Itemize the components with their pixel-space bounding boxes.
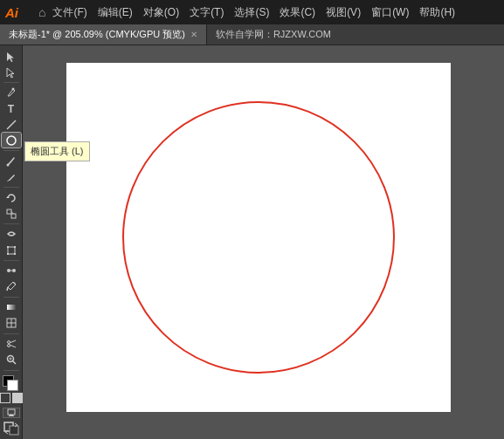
svg-rect-14 — [14, 253, 16, 255]
canvas-area[interactable] — [23, 45, 504, 439]
svg-rect-33 — [10, 415, 13, 415]
ai-logo: Ai — [5, 5, 31, 20]
menu-view[interactable]: 视图(V) — [326, 5, 361, 20]
tool-zoom[interactable] — [2, 353, 21, 367]
svg-line-27 — [10, 345, 16, 347]
svg-rect-11 — [7, 246, 9, 248]
svg-point-19 — [13, 283, 15, 285]
tool-line[interactable] — [2, 117, 21, 132]
separator-8 — [3, 370, 19, 371]
tab-bar: 未标题-1* @ 205.09% (CMYK/GPU 预览) ✕ 软件自学网：R… — [0, 24, 504, 45]
svg-point-4 — [7, 136, 16, 145]
tool-eyedropper[interactable] — [2, 279, 21, 294]
tab-2[interactable]: 软件自学网：RJZXW.COM — [207, 24, 340, 45]
svg-marker-1 — [7, 68, 14, 78]
tool-rotate[interactable] — [2, 190, 21, 205]
menu-help[interactable]: 帮助(H) — [419, 5, 455, 20]
toolbar: T 椭圆工具 (L) — [0, 45, 23, 439]
tool-blend[interactable] — [2, 264, 21, 278]
tool-pen[interactable] — [2, 86, 21, 100]
tool-warp[interactable] — [2, 227, 21, 242]
separator-3 — [3, 187, 19, 188]
svg-rect-8 — [11, 214, 16, 218]
separator-2 — [3, 150, 19, 151]
separator-5 — [3, 260, 19, 261]
menu-edit[interactable]: 编辑(E) — [98, 5, 133, 20]
tool-type[interactable]: T — [2, 101, 21, 116]
svg-rect-13 — [7, 253, 9, 255]
tool-selection[interactable] — [2, 49, 21, 64]
tool-paintbrush[interactable] — [2, 154, 21, 168]
svg-marker-0 — [7, 52, 14, 62]
tool-pencil[interactable] — [2, 169, 21, 184]
svg-line-18 — [7, 287, 8, 291]
tab-label-1: 未标题-1* @ 205.09% (CMYK/GPU 预览) — [9, 28, 185, 41]
swap-fill-stroke[interactable] — [3, 421, 20, 439]
menu-effect[interactable]: 效果(C) — [280, 5, 315, 20]
tool-scale[interactable] — [2, 206, 21, 221]
svg-rect-12 — [14, 246, 16, 248]
tool-direct-selection[interactable] — [2, 65, 21, 79]
menu-type[interactable]: 文字(T) — [190, 5, 224, 20]
menu-select[interactable]: 选择(S) — [234, 5, 269, 20]
tool-gradient[interactable] — [2, 300, 21, 315]
separator-1 — [3, 82, 19, 83]
tab-active[interactable]: 未标题-1* @ 205.09% (CMYK/GPU 预览) ✕ — [0, 24, 207, 45]
normal-mode-icon[interactable] — [0, 393, 10, 403]
title-bar: Ai ⌂ 文件(F) 编辑(E) 对象(O) 文字(T) 选择(S) 效果(C)… — [0, 0, 504, 24]
main-layout: T 椭圆工具 (L) — [0, 45, 504, 439]
svg-point-2 — [11, 88, 14, 91]
menu-bar: 文件(F) 编辑(E) 对象(O) 文字(T) 选择(S) 效果(C) 视图(V… — [52, 5, 455, 20]
ellipse-tooltip: 椭圆工具 (L) — [24, 141, 90, 161]
tab-label-2: 软件自学网：RJZXW.COM — [216, 28, 331, 41]
screen-mode-icon[interactable] — [12, 393, 23, 403]
menu-file[interactable]: 文件(F) — [52, 5, 86, 20]
tool-ellipse[interactable] — [2, 133, 21, 147]
svg-line-3 — [7, 120, 16, 129]
svg-point-5 — [6, 163, 9, 166]
home-icon[interactable]: ⌂ — [38, 5, 45, 19]
separator-7 — [3, 333, 19, 334]
svg-point-25 — [7, 345, 10, 347]
color-swatches[interactable] — [3, 375, 20, 389]
svg-marker-6 — [6, 196, 10, 198]
svg-rect-32 — [8, 409, 15, 415]
svg-point-15 — [7, 269, 10, 272]
menu-object[interactable]: 对象(O) — [143, 5, 179, 20]
tool-free-transform[interactable] — [2, 243, 21, 257]
tool-scissors[interactable] — [2, 337, 21, 352]
svg-rect-10 — [8, 247, 15, 254]
tab-close-1[interactable]: ✕ — [190, 30, 197, 39]
svg-rect-7 — [7, 209, 11, 214]
svg-point-24 — [7, 341, 10, 344]
drawing-canvas[interactable] — [23, 45, 504, 439]
svg-rect-34 — [9, 415, 14, 416]
menu-window[interactable]: 窗口(W) — [371, 5, 409, 20]
svg-rect-20 — [7, 305, 16, 310]
screen-mode-button[interactable] — [3, 408, 20, 418]
svg-line-26 — [10, 340, 16, 343]
svg-rect-36 — [10, 426, 18, 435]
tool-mesh[interactable] — [2, 316, 21, 331]
svg-point-16 — [12, 269, 16, 272]
view-mode-icons — [0, 393, 23, 403]
svg-line-29 — [12, 361, 16, 365]
separator-4 — [3, 223, 19, 224]
separator-6 — [3, 297, 19, 298]
